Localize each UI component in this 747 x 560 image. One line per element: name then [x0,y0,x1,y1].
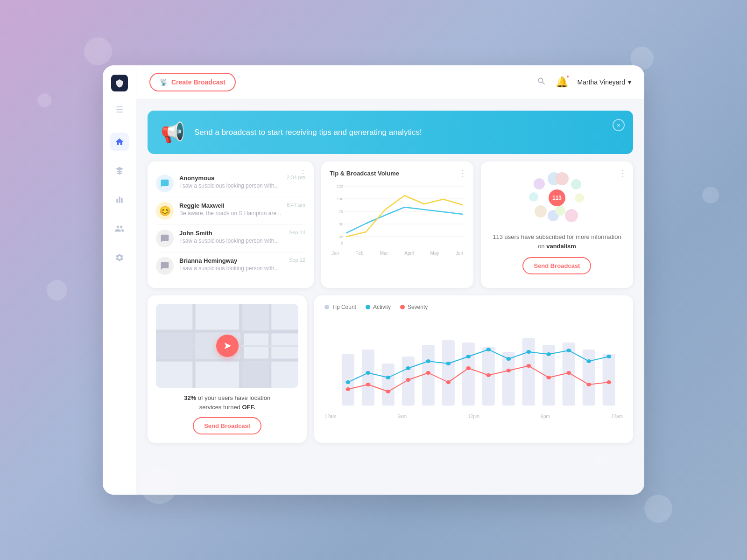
tip-preview: I saw a suspicious looking person with..… [179,265,283,272]
notification-bell[interactable]: 🔔 [556,76,568,88]
svg-point-61 [486,373,491,377]
logo [111,75,128,91]
svg-point-59 [446,380,451,384]
svg-text:0: 0 [341,241,343,245]
tip-avatar [156,230,174,247]
tip-item[interactable]: Brianna Hemingway I saw a suspicious loo… [156,252,305,280]
svg-rect-32 [462,343,475,406]
tip-time: Sep 12 [289,257,305,263]
megaphone-icon: 📢 [161,121,185,144]
chevron-down-icon: ▾ [628,78,631,86]
svg-rect-38 [583,350,595,406]
user-name: Martha Vineyard [578,78,625,86]
svg-point-55 [366,383,371,386]
svg-point-60 [466,366,471,370]
svg-point-66 [587,383,592,386]
svg-point-58 [426,371,431,375]
svg-point-65 [567,371,571,375]
tip-item[interactable]: John Smith I saw a suspicious looking pe… [156,225,305,252]
svg-point-45 [446,362,451,365]
svg-point-63 [527,364,531,368]
chart-x-labels: JanFebMarAprilMayJun [330,251,465,256]
main-content: 📡 Create Broadcast 🔔 Martha Vineyard ▾ [136,65,644,495]
svg-text:100: 100 [337,197,343,201]
tip-name: Anonymous [179,175,281,182]
header-right: 🔔 Martha Vineyard ▾ [537,76,631,88]
svg-point-64 [547,376,551,379]
sidebar-item-settings[interactable] [110,248,129,267]
svg-point-53 [607,355,612,358]
svg-point-56 [386,390,391,393]
svg-point-46 [466,355,471,358]
activity-chart-card: Tip Count Activity Severity [314,295,633,443]
activity-legend: Tip Count Activity Severity [324,304,623,310]
activity-dot [366,305,370,309]
svg-point-49 [527,350,531,354]
tip-name: Brianna Hemingway [179,257,283,264]
tip-chart-card: ⋮ Tip & Broadcast Volume 125 100 75 50 [321,161,473,288]
create-broadcast-button[interactable]: 📡 Create Broadcast [149,73,236,91]
legend-tip-count: Tip Count [324,304,356,310]
tip-item[interactable]: Anonymous I saw a suspicious looking per… [156,170,305,197]
tip-name: John Smith [179,230,283,237]
svg-rect-2 [121,198,122,203]
main-card: ☰ 📡 Create Broadcast [103,65,644,495]
svg-point-62 [507,369,511,372]
subscriber-count-badge: 113 [549,189,565,206]
tip-item[interactable]: 😊 Reggie Maxwell Be aware, the roads on … [156,197,305,225]
chart-title: Tip & Broadcast Volume [330,170,465,177]
svg-rect-1 [119,196,120,203]
banner-text: Send a broadcast to start receiving tips… [194,128,620,137]
tip-count-label: Tip Count [332,304,356,310]
activity-label: Activity [373,304,391,310]
create-broadcast-label: Create Broadcast [171,78,226,86]
sidebar-item-layers[interactable] [110,161,129,180]
header: 📡 Create Broadcast 🔔 Martha Vineyard ▾ [136,65,644,99]
sidebar-item-home[interactable] [110,133,129,151]
tip-time: 8:47 am [287,202,305,208]
info-banner: 📢 Send a broadcast to start receiving ti… [148,111,633,154]
tips-card: ⋮ Anonymous I saw a suspicious looking p… [148,161,314,288]
banner-close-button[interactable]: × [613,119,625,131]
subscribers-card-more[interactable]: ⋮ [618,168,627,178]
tip-avatar: 😊 [156,202,174,220]
svg-point-47 [486,348,491,351]
svg-rect-0 [116,199,118,203]
sidebar-item-analytics[interactable] [110,190,129,209]
svg-point-67 [607,380,612,384]
severity-dot [400,305,405,309]
send-broadcast-button-map[interactable]: Send Broadcast [193,417,261,434]
map-stat-text: 32% of your users have locationservices … [184,393,270,412]
tip-preview: I saw a suspicious looking person with..… [179,182,281,189]
legend-severity: Severity [400,304,428,310]
tip-avatar [156,175,174,192]
svg-rect-27 [362,350,374,406]
tip-time: 2:34 pm [287,175,305,180]
tip-info: Anonymous I saw a suspicious looking per… [179,175,281,189]
tip-info: John Smith I saw a suspicious looking pe… [179,230,283,244]
tip-chart-more[interactable]: ⋮ [458,168,467,178]
user-menu[interactable]: Martha Vineyard ▾ [578,78,631,86]
svg-rect-23 [242,304,269,330]
svg-rect-24 [156,333,193,359]
svg-text:50: 50 [339,222,344,226]
map-pin[interactable]: ➤ [216,335,239,357]
tip-info: Brianna Hemingway I saw a suspicious loo… [179,257,283,272]
activity-time-labels: 12am6am12pm6pm12am [324,414,623,419]
menu-icon[interactable]: ☰ [116,105,123,115]
notification-dot [566,75,570,78]
sidebar: ☰ [103,65,136,495]
sidebar-nav [110,133,129,267]
svg-rect-28 [382,364,395,406]
subscribers-card: ⋮ 113 [481,161,633,288]
svg-text:125: 125 [337,184,343,189]
send-broadcast-button-subscribers[interactable]: Send Broadcast [522,257,591,274]
svg-point-43 [406,366,411,370]
search-icon[interactable] [537,77,546,88]
svg-point-41 [366,371,371,375]
map-card: ➤ 32% of your users have locationservice… [148,295,307,443]
tip-preview: I saw a suspicious looking person with..… [179,238,283,244]
page-body: 📢 Send a broadcast to start receiving ti… [136,99,644,495]
sidebar-item-users[interactable] [110,219,129,238]
svg-rect-35 [522,338,535,406]
